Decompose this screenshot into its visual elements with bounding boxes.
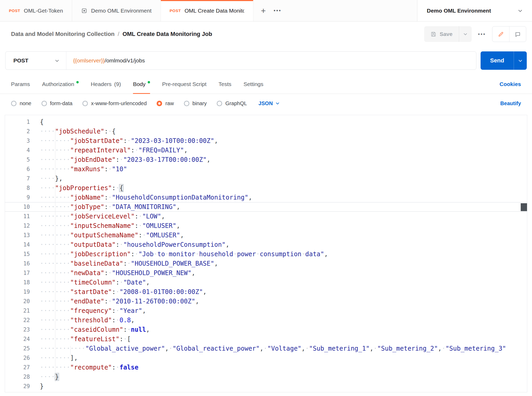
line-number: 12 [5, 221, 30, 231]
beautify-link[interactable]: Beautify [500, 100, 521, 106]
editor-line[interactable]: 4········"repeatInterval":·"FREQ=DAILY", [5, 146, 527, 155]
tab-environment-demo-oml[interactable]: Demo OML Environment [72, 0, 161, 21]
editor-line[interactable]: 7····}, [5, 174, 527, 183]
editor-line[interactable]: 8····"jobProperties":·{ [5, 183, 527, 193]
new-tab-button[interactable]: + [261, 7, 266, 15]
pencil-icon [498, 31, 504, 37]
editor-line[interactable]: 17········"newData":·"HOUSEHOLD_POWER_NE… [5, 268, 527, 278]
tab-params[interactable]: Params [11, 74, 30, 94]
editor-line[interactable]: 24········"featureList":·[ [5, 334, 527, 344]
save-options-button[interactable] [459, 26, 472, 42]
editor-line[interactable]: 22········"threshold":·0.8, [5, 315, 527, 325]
modified-indicator [148, 81, 150, 83]
url-box: POST {{omlserver}}/omlmod/v1/jobs [5, 51, 476, 70]
tab-body[interactable]: Body [133, 74, 150, 94]
editor-lines: 1{2····"jobSchedule":·{3········"jobStar… [5, 115, 527, 391]
editor-line[interactable]: 6········"maxRuns":·"10" [5, 164, 527, 174]
radio-x-www-form-urlencoded[interactable]: x-www-form-urlencoded [82, 100, 147, 106]
radio-icon [11, 101, 17, 106]
window-tab-bar: POST OML-Get-Token Demo OML Environment … [0, 0, 532, 22]
radio-raw[interactable]: raw [157, 100, 174, 106]
editor-line[interactable]: 5········"jobEndDate":·"2023-03-17T00:00… [5, 155, 527, 164]
chevron-down-icon [275, 101, 280, 105]
tab-authorization[interactable]: Authorization [42, 74, 79, 94]
editor-line[interactable]: 28····} [5, 372, 527, 382]
save-button-group: Save [424, 26, 472, 42]
breadcrumb-collection[interactable]: Data and Model Monitoring Collection [11, 31, 115, 38]
editor-line[interactable]: 18········"timeColumn":·"Date", [5, 278, 527, 287]
code-text: ········"featureList":·[ [40, 334, 131, 344]
line-number: 25 [5, 344, 30, 353]
line-number: 10 [5, 202, 30, 211]
tab-overflow-button[interactable]: ••• [274, 8, 281, 14]
code-editor[interactable]: 1{2····"jobSchedule":·{3········"jobStar… [5, 115, 527, 392]
editor-line[interactable]: 11········"jobServiceLevel":·"LOW", [5, 212, 527, 221]
line-number: 5 [5, 155, 30, 164]
tab-headers[interactable]: Headers(9) [91, 74, 121, 94]
line-number: 9 [5, 193, 30, 202]
method-select-value: POST [13, 57, 28, 64]
radio-binary[interactable]: binary [184, 100, 207, 106]
language-select[interactable]: JSON [258, 100, 279, 106]
code-text: ········"threshold":·0.8, [40, 315, 135, 325]
method-select[interactable]: POST [6, 52, 66, 69]
radio-icon [157, 101, 162, 106]
editor-line[interactable]: 13········"outputSchemaName":·"OMLUSER", [5, 231, 527, 240]
line-number: 18 [5, 278, 30, 287]
editor-line[interactable]: 26········], [5, 353, 527, 363]
environment-selector[interactable]: Demo OML Environment [417, 0, 532, 21]
editor-line[interactable]: 3········"jobStartDate":·"2023-03-10T00:… [5, 136, 527, 146]
line-number: 29 [5, 382, 30, 391]
code-text: ········"baselineData":·"HOUSEHOLD_POWER… [40, 259, 218, 268]
tab-tests[interactable]: Tests [219, 74, 231, 94]
scrollbar-thumb[interactable] [521, 203, 527, 211]
editor-line[interactable]: 29} [5, 382, 527, 391]
indent-guide [70, 346, 71, 355]
code-text: ····"jobSchedule":·{ [40, 127, 116, 136]
line-number: 3 [5, 136, 30, 146]
comments-button[interactable] [509, 26, 526, 42]
send-button[interactable]: Send [481, 51, 514, 70]
editor-line[interactable]: 20········"endDate":·"2010-11-26T00:00:0… [5, 297, 527, 306]
line-number: 8 [5, 183, 30, 193]
line-number: 27 [5, 363, 30, 372]
line-number: 24 [5, 334, 30, 344]
tab-pre-request-script[interactable]: Pre-request Script [162, 74, 206, 94]
cookies-link[interactable]: Cookies [499, 81, 521, 87]
more-actions-button[interactable]: ••• [478, 31, 486, 37]
editor-line[interactable]: 25············"Global_active_power",·"Gl… [5, 344, 527, 353]
tab-settings[interactable]: Settings [243, 74, 263, 94]
editor-line[interactable]: 9········"jobName":·"HouseholdConsumptio… [5, 193, 527, 202]
tab-request-oml-create-data-monitoring[interactable]: POST OML Create Data Monitoring Job [161, 0, 254, 21]
send-options-button[interactable] [514, 51, 527, 70]
editor-line[interactable]: 21········"frequency":·"Year", [5, 306, 527, 315]
line-number: 28 [5, 372, 30, 382]
tab-label: Demo OML Environment [91, 8, 151, 14]
tab-request-oml-get-token[interactable]: POST OML-Get-Token [0, 0, 72, 21]
editor-line[interactable]: 16········"baselineData":·"HOUSEHOLD_POW… [5, 259, 527, 268]
radio-graphql[interactable]: GraphQL [217, 100, 247, 106]
editor-line[interactable]: 19········"startDate":·"2008-01-01T00:00… [5, 287, 527, 297]
editor-line[interactable]: 15········"jobDescription":·"Job·to·moni… [5, 249, 527, 259]
url-input[interactable]: {{omlserver}}/omlmod/v1/jobs [66, 52, 152, 69]
modified-indicator [76, 81, 79, 83]
editor-line[interactable]: 27········"recompute":·false [5, 363, 527, 372]
code-text: { [40, 117, 44, 127]
line-number: 23 [5, 325, 30, 334]
line-number: 2 [5, 127, 30, 136]
view-toggle-group [492, 26, 526, 42]
editor-line[interactable]: 14········"outputData":·"householdPowerC… [5, 240, 527, 249]
editor-line[interactable]: 1{ [5, 117, 527, 127]
editor-line[interactable]: 10········"jobType":·"DATA_MONITORING", [5, 202, 527, 212]
radio-none[interactable]: none [11, 100, 31, 106]
code-text: ········"caseidColumn":·null, [40, 325, 150, 334]
editor-line[interactable]: 23········"caseidColumn":·null, [5, 325, 527, 334]
line-number: 21 [5, 306, 30, 315]
edit-request-button[interactable] [492, 26, 509, 42]
editor-line[interactable]: 2····"jobSchedule":·{ [5, 127, 527, 136]
chevron-down-icon [55, 58, 59, 63]
save-button[interactable]: Save [424, 26, 459, 42]
editor-line[interactable]: 12········"inputSchemaName":·"OMLUSER", [5, 221, 527, 231]
radio-form-data[interactable]: form-data [41, 100, 73, 106]
breadcrumb-separator: / [118, 31, 119, 38]
